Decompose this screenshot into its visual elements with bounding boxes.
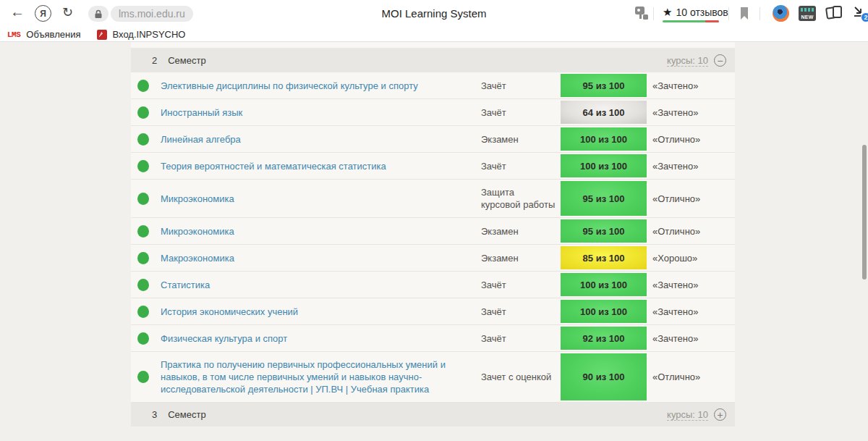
bookmark-item-announcements[interactable]: LMS Объявления [0, 29, 81, 40]
extension-browser-icon[interactable] [773, 5, 789, 22]
collections-card-front [833, 6, 842, 18]
download-count-badge: 2 [861, 12, 868, 22]
course-link[interactable]: Статистика [161, 272, 481, 298]
reviews-count-label: 10 отзывов [676, 7, 728, 18]
course-link[interactable]: Макроэкономика [161, 245, 481, 271]
page-content: 2 Семестр курсы: 10 − Элективные дисципл… [0, 42, 868, 441]
status-bullet-cell [131, 272, 161, 298]
score-cell-wrap: 90 из 100 [561, 352, 647, 402]
table-row[interactable]: Статистика Зачёт 100 из 100 «Зачтено» [131, 272, 735, 298]
collections-icon[interactable] [826, 6, 843, 20]
assessment-type: Экзамен [481, 219, 561, 244]
score-cell-wrap: 64 из 100 [561, 99, 647, 125]
course-link[interactable]: Физическая культура и спорт [161, 326, 481, 351]
grade-label: «Зачтено» [647, 101, 735, 125]
bookmark-flag-icon[interactable] [739, 7, 749, 20]
green-status-dot [137, 133, 149, 146]
table-row[interactable]: Иностранный язык Зачёт 64 из 100 «Зачтен… [131, 99, 735, 126]
course-link[interactable]: Микроэкономика [161, 219, 481, 244]
table-row[interactable]: Макроэкономика Экзамен 85 из 100 «Хорошо… [131, 245, 735, 272]
toolbar-separator [728, 7, 729, 20]
toolbar-separator [653, 7, 654, 20]
table-row[interactable]: Микроэкономика Экзамен 95 из 100 «Отличн… [131, 218, 735, 245]
assessment-type: Зачет с оценкой [481, 364, 561, 390]
rating-bar [663, 20, 719, 22]
assessment-type: Зачёт [481, 299, 561, 324]
course-link[interactable]: История экономических учений [161, 299, 481, 324]
score-cell-wrap: 85 из 100 [561, 245, 647, 271]
table-row[interactable]: Физическая культура и спорт Зачёт 92 из … [131, 325, 735, 352]
grade-label: «Хорошо» [647, 246, 735, 270]
score-badge: 90 из 100 [561, 353, 647, 400]
course-link[interactable]: Иностранный язык [161, 100, 481, 125]
course-link[interactable]: Линейная алгебра [161, 127, 481, 152]
table-row[interactable]: Практика по получению первичных професси… [131, 352, 735, 403]
grade-label: «Отлично» [647, 127, 735, 151]
score-cell-wrap: 100 из 100 [561, 153, 647, 179]
status-bullet-cell [131, 218, 161, 244]
score-cell-wrap: 95 из 100 [561, 180, 647, 217]
lms-favicon: LMS [7, 30, 20, 39]
assessment-type: Зачёт [481, 272, 561, 298]
semester-3-header: 3 Семестр курсы: 10 + [131, 403, 735, 427]
bookmark-item-inpsycho[interactable]: Вход.INPSYCHO [81, 29, 186, 40]
semester-label: Семестр [168, 55, 205, 66]
expand-semester-icon[interactable]: + [714, 408, 726, 421]
course-link[interactable]: Микроэкономика [161, 186, 481, 211]
assessment-type: Экзамен [481, 245, 561, 271]
status-bullet-cell [131, 298, 161, 324]
table-row[interactable]: Элективные дисциплины по физической куль… [131, 72, 735, 99]
status-bullet-cell [131, 245, 161, 271]
new-icon-dashes [801, 8, 814, 12]
status-bullet-cell [131, 153, 161, 179]
assessment-type: Зачёт [481, 154, 561, 179]
green-status-dot [137, 80, 149, 92]
course-link[interactable]: Элективные дисциплины по физической куль… [161, 73, 481, 98]
green-status-dot [137, 106, 149, 119]
whats-new-icon[interactable]: NEW [799, 6, 816, 21]
protect-key-icon[interactable] [635, 7, 650, 20]
score-badge: 100 из 100 [561, 300, 647, 323]
score-badge: 95 из 100 [561, 219, 647, 243]
score-badge: 64 из 100 [561, 101, 647, 124]
green-status-dot [137, 279, 149, 291]
new-badge-label: NEW [801, 14, 813, 20]
assessment-type: Экзамен [481, 127, 561, 152]
status-bullet-cell [131, 325, 161, 351]
score-badge: 95 из 100 [561, 181, 647, 216]
green-status-dot [137, 252, 149, 264]
assessment-type: Зачёт [481, 326, 561, 351]
grade-label: «Зачтено» [647, 154, 735, 178]
course-link[interactable]: Теория вероятностей и математическая ста… [161, 154, 481, 179]
status-bullet-cell [131, 126, 161, 152]
table-row[interactable]: Теория вероятностей и математическая ста… [131, 153, 735, 180]
reviews-rating[interactable]: ★ 10 отзывов [663, 6, 728, 19]
green-status-dot [137, 193, 149, 205]
status-bullet-cell [131, 180, 161, 217]
score-badge: 100 из 100 [561, 154, 647, 177]
page-scrollbar[interactable] [862, 145, 867, 280]
grade-label: «Зачтено» [647, 74, 735, 98]
tab-title[interactable]: MOI Learning System [0, 7, 868, 20]
table-row[interactable]: Линейная алгебра Экзамен 100 из 100 «Отл… [131, 126, 735, 153]
table-row[interactable]: История экономических учений Зачёт 100 и… [131, 298, 735, 325]
collapse-semester-icon[interactable]: − [714, 54, 726, 67]
grade-label: «Отлично» [647, 365, 735, 389]
green-status-dot [137, 332, 149, 345]
grades-table: 2 Семестр курсы: 10 − Элективные дисципл… [131, 42, 735, 427]
courses-count-link[interactable]: курсы: 10 [667, 409, 708, 421]
status-bullet-cell [131, 99, 161, 125]
grade-label: «Зачтено» [647, 273, 735, 297]
green-status-dot [137, 225, 149, 238]
semester-label: Семестр [168, 409, 205, 420]
inpsycho-favicon [97, 30, 107, 40]
score-badge: 85 из 100 [561, 246, 647, 269]
score-badge: 92 из 100 [561, 327, 647, 350]
score-cell-wrap: 95 из 100 [561, 218, 647, 244]
downloads-button[interactable]: 2 [852, 5, 868, 22]
browser-toolbar: ← Я ↻ lms.moi.edu.ru MOI Learning System… [0, 0, 868, 28]
courses-count-link[interactable]: курсы: 10 [667, 55, 708, 67]
table-row[interactable]: Микроэкономика Защита курсовой работы 95… [131, 180, 735, 218]
grade-label: «Зачтено» [647, 300, 735, 324]
course-link[interactable]: Практика по получению первичных професси… [161, 352, 481, 402]
